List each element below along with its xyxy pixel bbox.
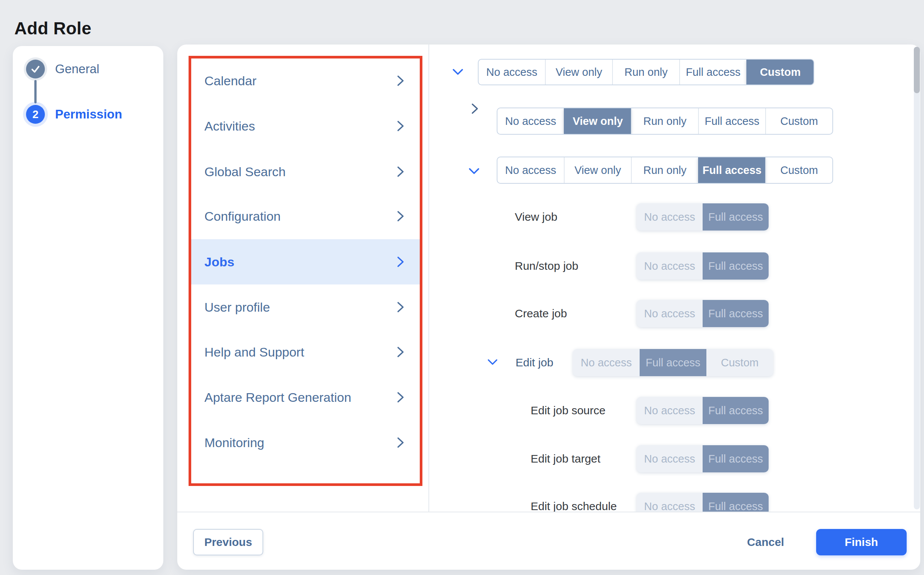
option-no-access[interactable]: No access — [637, 445, 703, 472]
page-title: Add Role — [14, 18, 91, 38]
option-view-only[interactable]: View only — [545, 60, 612, 84]
perm-label-run-stop-job: Run/stop job — [515, 253, 578, 280]
permission-option-group: No access View only Run only Full access… — [497, 108, 833, 135]
perm-label-create-job: Create job — [515, 300, 567, 327]
cancel-button[interactable]: Cancel — [736, 529, 795, 555]
edit-job-target-toggle: No access Full access — [637, 445, 769, 472]
chevron-right-icon — [396, 256, 405, 268]
collapse-chevron-down-icon[interactable] — [487, 359, 498, 366]
menu-item-label: Jobs — [204, 255, 234, 269]
option-no-access[interactable]: No access — [573, 349, 640, 376]
option-full-access[interactable]: Full access — [703, 253, 769, 280]
option-no-access[interactable]: No access — [498, 108, 564, 134]
scrollbar-track[interactable] — [914, 47, 920, 509]
option-no-access[interactable]: No access — [637, 397, 703, 424]
step-general-label[interactable]: General — [55, 60, 99, 78]
option-full-access[interactable]: Full access — [679, 60, 746, 84]
option-view-only[interactable]: View only — [564, 108, 631, 134]
option-full-access[interactable]: Full access — [640, 349, 706, 376]
chevron-right-icon — [396, 166, 405, 178]
menu-item-label: Activities — [204, 119, 255, 133]
option-custom[interactable]: Custom — [746, 60, 813, 84]
option-no-access[interactable]: No access — [637, 300, 703, 327]
footer-divider — [177, 511, 920, 512]
menu-item-label: Help and Support — [204, 345, 304, 359]
menu-item-activities[interactable]: Activities — [191, 103, 420, 149]
menu-item-user-profile[interactable]: User profile — [191, 284, 420, 330]
chevron-right-icon — [396, 75, 405, 87]
option-no-access[interactable]: No access — [637, 253, 703, 280]
expand-chevron-right-icon[interactable] — [471, 103, 479, 115]
permission-option-group: No access View only Run only Full access… — [497, 157, 833, 184]
option-full-access[interactable]: Full access — [698, 108, 765, 134]
chevron-right-icon — [396, 301, 405, 313]
previous-button[interactable]: Previous — [193, 529, 263, 555]
menu-item-calendar[interactable]: Calendar — [191, 58, 420, 103]
menu-item-label: User profile — [204, 300, 270, 315]
menu-item-monitoring[interactable]: Monitoring — [191, 420, 420, 465]
option-custom[interactable]: Custom — [765, 108, 832, 134]
menu-item-aptare-report-generation[interactable]: Aptare Report Generation — [191, 375, 420, 420]
perm-label-edit-job-source: Edit job source — [531, 397, 605, 424]
step-permission-number[interactable]: 2 — [26, 105, 45, 124]
menu-item-jobs[interactable]: Jobs — [191, 239, 420, 284]
menu-item-configuration[interactable]: Configuration — [191, 194, 420, 239]
menu-item-label: Aptare Report Generation — [204, 390, 351, 405]
option-run-only[interactable]: Run only — [631, 157, 698, 183]
run-stop-job-toggle: No access Full access — [637, 253, 769, 280]
stepper-connector — [34, 80, 36, 103]
add-role-dialog: Add Role General 2 Permission Calendar A… — [0, 0, 924, 575]
permission-option-group: No access View only Run only Full access… — [478, 59, 814, 85]
option-no-access[interactable]: No access — [637, 203, 703, 230]
option-no-access[interactable]: No access — [637, 493, 703, 511]
perm-label-edit-job[interactable]: Edit job — [515, 349, 553, 376]
edit-job-source-toggle: No access Full access — [637, 397, 769, 424]
option-custom[interactable]: Custom — [765, 157, 832, 183]
stepper-panel: General 2 Permission — [13, 46, 163, 570]
option-run-only[interactable]: Run only — [612, 60, 679, 84]
view-job-toggle: No access Full access — [637, 203, 769, 230]
chevron-right-icon — [396, 210, 405, 222]
option-full-access[interactable]: Full access — [698, 157, 765, 183]
collapse-chevron-down-icon[interactable] — [468, 167, 480, 175]
menu-item-label: Monitoring — [204, 435, 265, 450]
option-custom[interactable]: Custom — [706, 349, 773, 376]
option-view-only[interactable]: View only — [564, 157, 631, 183]
option-run-only[interactable]: Run only — [631, 108, 698, 134]
option-full-access[interactable]: Full access — [703, 493, 769, 511]
finish-button[interactable]: Finish — [816, 529, 907, 555]
menu-item-label: Configuration — [204, 209, 281, 224]
chevron-right-icon — [396, 346, 405, 358]
scrollbar-thumb[interactable] — [914, 47, 920, 93]
create-job-toggle: No access Full access — [637, 300, 769, 327]
option-no-access[interactable]: No access — [498, 157, 564, 183]
option-no-access[interactable]: No access — [479, 60, 545, 84]
menu-item-label: Global Search — [204, 165, 285, 179]
chevron-right-icon — [396, 120, 405, 132]
menu-item-global-search[interactable]: Global Search — [191, 149, 420, 194]
step-general-check-icon[interactable] — [26, 60, 45, 78]
menu-item-label: Calendar — [204, 73, 257, 88]
check-icon — [30, 64, 41, 74]
step-permission-label[interactable]: Permission — [55, 105, 122, 124]
perm-label-edit-job-schedule: Edit job schedule — [531, 493, 617, 511]
collapse-chevron-down-icon[interactable] — [452, 68, 464, 76]
perm-label-view-job: View job — [515, 203, 558, 230]
chevron-right-icon — [396, 391, 405, 403]
option-full-access[interactable]: Full access — [703, 397, 769, 424]
edit-job-schedule-toggle: No access Full access — [637, 493, 769, 511]
permission-detail-panel: No access View only Run only Full access… — [428, 44, 924, 511]
perm-label-edit-job-target: Edit job target — [531, 445, 601, 472]
menu-item-help-and-support[interactable]: Help and Support — [191, 329, 420, 375]
edit-job-toggle: No access Full access Custom — [573, 349, 773, 376]
option-full-access[interactable]: Full access — [703, 445, 769, 472]
option-full-access[interactable]: Full access — [703, 300, 769, 327]
option-full-access[interactable]: Full access — [703, 203, 769, 230]
chevron-right-icon — [396, 437, 405, 449]
